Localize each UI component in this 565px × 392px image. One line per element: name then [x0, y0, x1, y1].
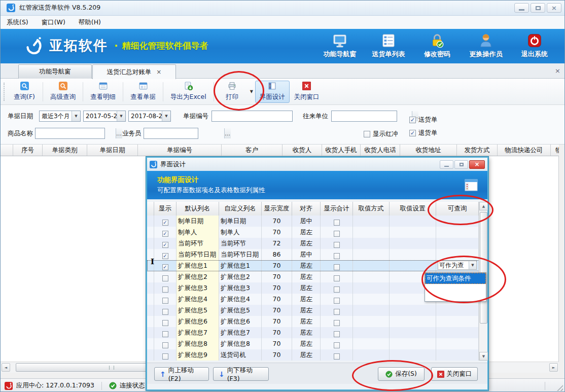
- total-checkbox[interactable]: [334, 231, 340, 237]
- grid-cell-align[interactable]: 居左: [292, 271, 321, 282]
- show-checkbox[interactable]: ✓: [162, 253, 168, 259]
- grid-cell-custom-name[interactable]: 扩展信息6: [219, 316, 262, 327]
- main-column-header[interactable]: 客户: [222, 145, 282, 156]
- grid-row[interactable]: ✓扩展信息1扩展信息170居左可作为查▼: [147, 260, 487, 271]
- dropdown-item-queryable[interactable]: 可作为查询条件: [425, 273, 486, 284]
- toolbar-button-detail-icon[interactable]: 查看明细: [86, 81, 120, 103]
- toolbar-button-bill-icon[interactable]: 查看单据: [126, 81, 160, 103]
- banner-action-4[interactable]: 更换操作员: [465, 33, 507, 59]
- chevron-down-icon[interactable]: ▼: [469, 261, 476, 269]
- grid-cell-align[interactable]: 居左: [292, 260, 321, 271]
- grid-cell-custom-name[interactable]: 扩展信息2: [219, 271, 262, 282]
- grid-cell-default-name[interactable]: 扩展信息7: [176, 327, 219, 338]
- total-checkbox[interactable]: [334, 275, 340, 281]
- main-column-header[interactable]: 收货人电话: [361, 145, 400, 156]
- show-checkbox[interactable]: [162, 342, 168, 348]
- show-checkbox[interactable]: [162, 320, 168, 326]
- show-checkbox[interactable]: [162, 287, 168, 293]
- grid-cell-width[interactable]: 70: [262, 316, 292, 327]
- show-checkbox[interactable]: ✓: [162, 242, 168, 248]
- total-checkbox[interactable]: [334, 353, 340, 360]
- lookup-ellipsis-icon[interactable]: …: [116, 128, 122, 138]
- grid-cell-default-name[interactable]: 扩展信息5: [176, 305, 219, 316]
- grid-cell-default-name[interactable]: 扩展信息3: [176, 282, 219, 294]
- grid-cell-default-name[interactable]: 当前环节日期: [176, 249, 219, 260]
- scrollbar-thumb[interactable]: [480, 212, 487, 324]
- grid-row[interactable]: 扩展信息9送货司机70居左: [147, 349, 487, 361]
- chevron-down-icon[interactable]: ▼: [162, 111, 170, 121]
- billno-input[interactable]: [211, 111, 293, 122]
- total-checkbox[interactable]: [334, 220, 340, 226]
- grid-cell-align[interactable]: 居左: [292, 238, 321, 249]
- queryable-combo[interactable]: 可作为查▼: [438, 261, 477, 270]
- grid-cell-width[interactable]: 70: [262, 227, 292, 238]
- show-checkbox[interactable]: ✓: [162, 220, 168, 226]
- grid-cell-custom-name[interactable]: 当前环节日期: [219, 249, 262, 260]
- grid-cell-custom-name[interactable]: 当前环节: [219, 238, 262, 249]
- show-checkbox[interactable]: ✓: [162, 231, 168, 237]
- dialog-close-window-button[interactable]: 关闭窗口: [431, 367, 478, 381]
- tab-delivery-summary[interactable]: 送货汇总对账单 ×: [92, 64, 176, 79]
- total-checkbox[interactable]: [334, 287, 340, 293]
- grid-cell-default-name[interactable]: 制单人: [176, 227, 219, 238]
- lookup-ellipsis-icon[interactable]: …: [224, 128, 231, 138]
- show-checkbox[interactable]: [162, 275, 168, 281]
- grid-cell-default-name[interactable]: 扩展信息4: [176, 294, 219, 305]
- salesman-field[interactable]: [144, 128, 224, 138]
- move-down-button[interactable]: ↓ 向下移动(F3): [213, 367, 269, 381]
- save-button[interactable]: 保存(S): [378, 367, 425, 381]
- banner-action-5[interactable]: 退出系统: [514, 33, 555, 59]
- grid-cell-width[interactable]: 70: [262, 338, 292, 349]
- toolbar-button-layout-icon[interactable]: 界面设计: [255, 81, 290, 103]
- total-checkbox[interactable]: [334, 342, 340, 348]
- main-column-header[interactable]: 发货方式: [457, 145, 498, 156]
- partner-input[interactable]: …: [331, 111, 397, 122]
- dialog-close-button[interactable]: ×: [469, 160, 485, 169]
- grid-cell-align[interactable]: 居左: [292, 338, 321, 349]
- grid-cell-custom-name[interactable]: 送货司机: [219, 349, 262, 361]
- grid-cell-align[interactable]: 居左: [292, 227, 321, 238]
- salesman-input[interactable]: …: [144, 128, 198, 139]
- scroll-down-icon[interactable]: ▼: [479, 352, 488, 361]
- total-checkbox[interactable]: [334, 331, 340, 337]
- grid-cell-width[interactable]: 70: [262, 260, 292, 271]
- grid-cell-default-name[interactable]: 扩展信息9: [176, 349, 219, 361]
- grid-cell-custom-name[interactable]: 扩展信息8: [219, 338, 262, 349]
- total-checkbox[interactable]: [334, 242, 340, 248]
- main-column-header[interactable]: 单据编号: [138, 145, 222, 156]
- total-checkbox[interactable]: [334, 309, 340, 315]
- grid-cell-align[interactable]: 居左: [292, 305, 321, 316]
- grid-cell-default-name[interactable]: 制单日期: [176, 216, 219, 227]
- grid-cell-align[interactable]: 居左: [292, 282, 321, 294]
- product-input[interactable]: …: [35, 128, 105, 139]
- main-column-header[interactable]: 收货人: [282, 145, 322, 156]
- grid-cell-align[interactable]: 居中: [292, 249, 321, 260]
- show-checkbox[interactable]: [162, 309, 168, 315]
- grid-cell-width[interactable]: 70: [262, 282, 292, 294]
- product-field[interactable]: [36, 128, 116, 138]
- show-checkbox[interactable]: [162, 353, 168, 360]
- grid-cell-align[interactable]: 居左: [292, 316, 321, 327]
- grid-row[interactable]: 扩展信息6扩展信息670居左: [147, 316, 487, 327]
- tabstrip-close-icon[interactable]: ×: [555, 67, 560, 75]
- grid-cell-custom-name[interactable]: 扩展信息4: [219, 294, 262, 305]
- main-column-header[interactable]: 物流单号: [551, 145, 559, 156]
- toolbar-button-print-icon[interactable]: 打印: [217, 81, 248, 103]
- menu-system[interactable]: 系统(S): [7, 18, 28, 27]
- grid-cell-custom-name[interactable]: 扩展信息5: [219, 305, 262, 316]
- grid-row[interactable]: 扩展信息5扩展信息570居左: [147, 305, 487, 316]
- chevron-down-icon[interactable]: ▼: [72, 111, 80, 121]
- move-up-button[interactable]: ↑ 向上移动(F2): [154, 367, 209, 381]
- total-checkbox[interactable]: [334, 253, 340, 259]
- grid-cell-width[interactable]: 70: [262, 294, 292, 305]
- banner-action-1[interactable]: 功能导航窗: [319, 33, 361, 59]
- banner-action-3[interactable]: 修改密码: [416, 33, 458, 59]
- main-column-header[interactable]: 物流快递公司: [498, 145, 551, 156]
- maximize-button[interactable]: [531, 3, 545, 13]
- grid-cell-default-name[interactable]: 当前环节: [176, 238, 219, 249]
- grid-cell-width[interactable]: 70: [262, 271, 292, 282]
- grid-cell-custom-name[interactable]: 制单日期: [219, 216, 262, 227]
- grid-cell-custom-name[interactable]: 扩展信息7: [219, 327, 262, 338]
- chevron-down-icon[interactable]: ▼: [117, 111, 125, 121]
- grid-cell-default-name[interactable]: 扩展信息8: [176, 338, 219, 349]
